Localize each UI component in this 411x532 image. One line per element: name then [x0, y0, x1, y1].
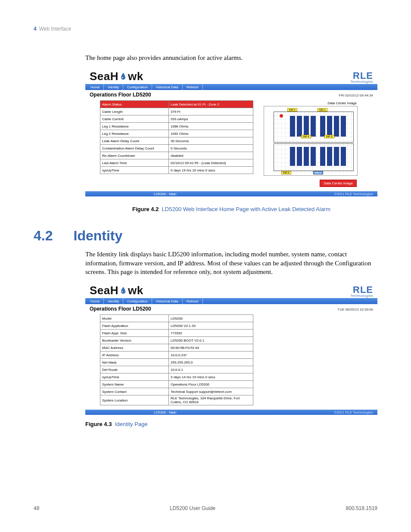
table-row: Net Mask255.255.255.0	[100, 359, 253, 366]
map-panel: Data Center Image	[264, 100, 357, 187]
running-header: 4Web Interface	[34, 26, 377, 32]
page-footer: 48 LD5200 User Guide 800.518.1519	[34, 505, 377, 511]
rle-logo: RLE Technologies	[350, 72, 373, 83]
svg-point-0	[122, 77, 123, 78]
figure-4-3-screenshot: SeaHwk RLE Technologies Home Identity Co…	[85, 282, 377, 415]
table-row: Re-Alarm Countdowndisabled	[100, 152, 253, 159]
section-heading: 4.2 Identity	[34, 228, 377, 244]
rack-label: MR-5	[313, 171, 323, 174]
table-row: System ContactTechnical Support support@…	[100, 388, 253, 395]
tab-configuration[interactable]: Configuration	[123, 84, 152, 90]
figure-4-2-screenshot: SeaHwk RLE Technologies Home Identity Co…	[85, 68, 377, 196]
table-row: MAC Address00:90:5B:F0:52:44	[100, 344, 253, 352]
tab-refresh[interactable]: Refresh	[183, 84, 203, 90]
table-row: sysUpTime0 days 19 hrs 16 mins 0 secs	[100, 167, 253, 174]
phone-number: 800.518.1519	[346, 505, 377, 511]
figure-4-2-caption: Figure 4.2 LD5200 Web Interface Home Pag…	[85, 206, 377, 212]
seahawk-logo: SeaHwk	[90, 284, 143, 297]
tab-home[interactable]: Home	[85, 298, 104, 304]
chapter-number: 4	[34, 26, 37, 32]
table-row: Flash ApplicationLD5200 V2.1.20	[100, 322, 253, 330]
chapter-title: Web Interface	[39, 26, 71, 32]
table-row: Last Alarm Time02/10/12 09:41:55 - (Leak…	[100, 159, 253, 167]
table-row: Leg 2 Resistance1092 Ohms	[100, 130, 253, 137]
table-row: sysUpTime3 days 14 hrs 15 mins 0 secs	[100, 373, 253, 381]
identity-table: ModelLD5200Flash ApplicationLD5200 V2.1.…	[100, 314, 253, 405]
brand-bar: SeaHwk RLE Technologies	[85, 282, 377, 298]
tab-identity[interactable]: Identity	[104, 298, 123, 304]
rack-label: MR-2	[287, 108, 297, 112]
section-title: Identity	[73, 228, 122, 244]
rack-label: MR-3	[324, 135, 334, 138]
table-row: Cable Current293 uAmps	[100, 115, 253, 123]
footer-copyright: ©2011 RLE Technologies	[334, 192, 373, 196]
intro-paragraph-2: The Identity link displays basic LD5200 …	[85, 250, 377, 276]
table-row: IP Address10.0.0.237	[100, 352, 253, 359]
page-title-line: Operations Floor LD5200 TUE 06/25/13 10:…	[85, 304, 377, 314]
table-row: System LocationRLE Technologies, 104 Rac…	[100, 395, 253, 405]
page-number: 48	[34, 505, 39, 511]
doc-title: LD5200 User Guide	[170, 505, 215, 511]
nav-tabs: Home Identity Configuration Historical D…	[85, 298, 377, 304]
footer-center: LD5200 - Main	[154, 411, 176, 414]
figure-4-3-caption: Figure 4.3 Identity Page	[85, 421, 377, 427]
rack-label: MR-1	[318, 108, 327, 112]
tab-configuration[interactable]: Configuration	[123, 298, 152, 304]
table-row: System NameOperations Floor LD5200	[100, 381, 253, 388]
map-title: Data Center Image	[264, 100, 357, 106]
rle-logo: RLE Technologies	[350, 286, 373, 297]
intro-paragraph-1: The home page also provides annunciation…	[85, 53, 377, 62]
rack-label: MR-4	[301, 135, 311, 138]
tab-refresh[interactable]: Refresh	[183, 298, 203, 304]
screenshot-footer: LD5200 - Main ©2011 RLE Technologies	[85, 191, 377, 196]
seahawk-logo: SeaHwk	[90, 70, 143, 83]
table-row: Contamination Alarm Delay Count0 Seconds	[100, 145, 253, 152]
footer-copyright: ©2011 RLE Technologies	[334, 411, 373, 414]
data-center-image-link[interactable]: Data Center Image	[264, 178, 357, 187]
svg-point-1	[122, 291, 123, 292]
page-title-line: Operations Floor LD5200 FRI 02/10/12 09:…	[85, 90, 377, 100]
page-title: Operations Floor LD5200	[90, 306, 151, 312]
table-row: Cable Length379 Ft	[100, 108, 253, 115]
footer-center: LD5200 - Main	[154, 192, 176, 196]
rack-label: MR-6	[281, 171, 291, 174]
brand-bar: SeaHwk RLE Technologies	[85, 68, 377, 84]
table-row: Bootloader VersionLD5200 BOOT V2.0.1	[100, 337, 253, 344]
tab-historical-data[interactable]: Historical Data	[152, 298, 183, 304]
table-row: ModelLD5200	[100, 315, 253, 322]
tab-historical-data[interactable]: Historical Data	[152, 84, 183, 90]
section-number: 4.2	[34, 228, 53, 244]
tab-home[interactable]: Home	[85, 84, 104, 90]
nav-tabs: Home Identity Configuration Historical D…	[85, 84, 377, 90]
table-row: Alarm StatusLeak Detected at 61 Ft - Zon…	[100, 101, 253, 108]
table-row: Leak Alarm Delay Count30 Seconds	[100, 137, 253, 145]
table-row: Def Route10.0.0.1	[100, 366, 253, 373]
data-center-map[interactable]: MR-2 MR-1 MR-4 MR-3 MR-6 MR-5	[264, 106, 358, 176]
page-title: Operations Floor LD5200	[90, 92, 151, 98]
table-row: Leg 1 Resistance1086 Ohms	[100, 123, 253, 130]
timestamp: FRI 02/10/12 09:44:34	[339, 93, 373, 97]
status-table: Alarm StatusLeak Detected at 61 Ft - Zon…	[100, 100, 253, 174]
tab-identity[interactable]: Identity	[104, 84, 123, 90]
table-row: Flash Appl. Size773392	[100, 330, 253, 337]
screenshot-footer: LD5200 - Main ©2011 RLE Technologies	[85, 410, 377, 415]
timestamp: TUE 06/25/13 10:39:06	[337, 308, 373, 311]
